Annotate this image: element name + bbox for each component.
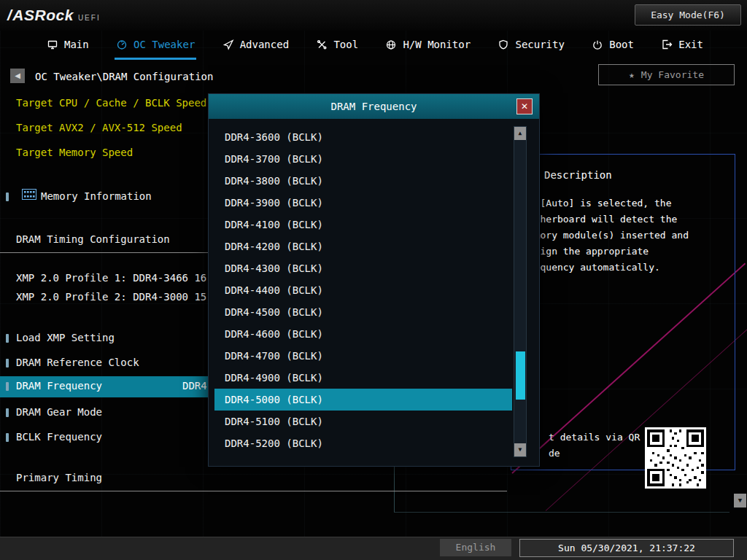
tab-label: Exit — [678, 39, 703, 50]
memory-information-item[interactable]: Memory Information — [41, 190, 152, 202]
back-icon: ◀ — [15, 71, 20, 79]
tab-label: Tool — [333, 39, 358, 50]
tab-label: H/W Monitor — [403, 39, 471, 50]
target-avx-speed-label: Target AVX2 / AVX-512 Speed — [16, 122, 182, 133]
hw-monitor-icon — [385, 39, 397, 50]
tab-label: Advanced — [240, 39, 289, 50]
tab-exit[interactable]: Exit — [659, 31, 705, 60]
boot-icon — [592, 39, 603, 50]
datetime-display: Sun 05/30/2021, 21:37:22 — [519, 539, 734, 557]
bios-screen: ASRock UEFI Easy Mode(F6) Main OC Tweake… — [0, 0, 747, 560]
asrock-logo: ASRock UEFI — [7, 7, 101, 24]
dram-gear-mode-item[interactable]: DRAM Gear Mode — [16, 406, 102, 418]
dram-timing-configuration-item[interactable]: DRAM Timing Configuration — [16, 233, 170, 245]
qr-code — [645, 427, 706, 489]
scroll-up-icon[interactable]: ▲ — [514, 127, 526, 140]
description-line: frequency automatically. — [523, 260, 689, 276]
tab-tool[interactable]: Tool — [314, 31, 360, 60]
target-memory-speed-label: Target Memory Speed — [16, 147, 133, 158]
tool-icon — [316, 39, 328, 50]
item-marker — [6, 359, 9, 368]
item-marker — [6, 382, 9, 391]
frequency-option[interactable]: DDR4-4100 (BCLK) — [214, 214, 512, 236]
frequency-option[interactable]: DDR4-5200 (BCLK) — [214, 432, 512, 454]
frequency-option[interactable]: DDR4-3700 (BCLK) — [214, 148, 512, 170]
frequency-option[interactable]: DDR4-3800 (BCLK) — [214, 170, 512, 192]
tab-label: Security — [515, 39, 564, 50]
tab-security[interactable]: Security — [496, 31, 565, 60]
dialog-scrollbar[interactable]: ▲ ▼ — [514, 126, 527, 457]
frequency-option[interactable]: DDR4-3900 (BCLK) — [214, 192, 512, 214]
my-favorite-button[interactable]: ★ My Favorite — [598, 64, 735, 85]
description-title: Description — [544, 169, 612, 181]
description-line: assign the appropriate — [523, 244, 689, 260]
frequency-option[interactable]: DDR4-4700 (BCLK) — [214, 345, 512, 367]
logo-uefi-text: UEFI — [78, 14, 101, 22]
frequency-option-list: DDR4-3600 (BCLK) DDR4-3700 (BCLK) DDR4-3… — [214, 126, 512, 454]
breadcrumb: OC Tweaker\DRAM Configuration — [35, 71, 213, 82]
frequency-option[interactable]: DDR4-5100 (BCLK) — [214, 411, 512, 432]
frequency-option[interactable]: DDR4-4300 (BCLK) — [214, 257, 512, 279]
load-xmp-setting-item[interactable]: Load XMP Setting — [16, 332, 115, 343]
frequency-option[interactable]: DDR4-4500 (BCLK) — [214, 301, 512, 323]
item-marker — [6, 408, 9, 417]
frequency-option[interactable]: DDR4-4400 (BCLK) — [214, 279, 512, 301]
item-marker — [6, 192, 9, 201]
target-cpu-speed-label: Target CPU / Cache / BCLK Speed — [16, 97, 206, 109]
close-icon[interactable]: ✕ — [516, 98, 533, 114]
item-marker — [6, 433, 9, 442]
dram-frequency-value: DDR4 — [182, 380, 207, 392]
description-line: memory module(s) inserted and — [523, 228, 689, 244]
qr-hint-text: de — [549, 448, 560, 459]
back-button[interactable]: ◀ — [10, 69, 25, 83]
dram-frequency-label: DRAM Frequency — [16, 380, 102, 392]
dialog-title: DRAM Frequency — [330, 101, 417, 112]
my-favorite-label: My Favorite — [641, 69, 704, 80]
dram-reference-clock-item[interactable]: DRAM Reference Clock — [16, 357, 139, 368]
frequency-option[interactable]: DDR4-4200 (BCLK) — [214, 236, 512, 257]
description-line: If [Auto] is selected, the — [523, 195, 689, 211]
advanced-icon — [222, 39, 234, 50]
dialog-titlebar: DRAM Frequency ✕ — [209, 94, 539, 119]
description-line: motherboard will detect the — [523, 211, 689, 228]
tab-label: Main — [64, 39, 89, 50]
tab-boot[interactable]: Boot — [590, 31, 635, 60]
tab-advanced[interactable]: Advanced — [221, 31, 290, 60]
easy-mode-button[interactable]: Easy Mode(F6) — [635, 4, 741, 26]
chevron-down-icon: ▼ — [738, 497, 742, 504]
xmp-profile-2-text: XMP 2.0 Profile 2: DDR4-3000 15-1 — [16, 291, 219, 303]
description-text: If [Auto] is selected, the motherboard w… — [523, 195, 689, 276]
primary-timing-section-label: Primary Timing — [16, 472, 102, 483]
tab-main[interactable]: Main — [45, 31, 90, 60]
tab-oc-tweaker[interactable]: OC Tweaker — [115, 31, 196, 60]
frequency-option[interactable]: DDR4-4900 (BCLK) — [214, 367, 512, 389]
main-nav: Main OC Tweaker Advanced Tool H/W Monito… — [0, 31, 747, 60]
logo-text: ASRock — [7, 7, 74, 24]
title-bar: ASRock UEFI Easy Mode(F6) — [0, 0, 747, 31]
tab-hw-monitor[interactable]: H/W Monitor — [384, 31, 472, 60]
frequency-option[interactable]: DDR4-4600 (BCLK) — [214, 323, 512, 345]
xmp-profile-1-text: XMP 2.0 Profile 1: DDR4-3466 16-1 — [16, 272, 219, 284]
item-marker — [6, 334, 9, 343]
frequency-option[interactable]: DDR4-3600 (BCLK) — [214, 126, 512, 148]
security-icon — [498, 39, 509, 50]
scroll-down-icon[interactable]: ▼ — [514, 443, 526, 456]
page-scroll-down-button[interactable]: ▼ — [734, 494, 746, 508]
memory-chip-icon — [22, 189, 36, 200]
exit-icon — [661, 39, 673, 50]
star-icon: ★ — [629, 69, 635, 80]
tab-label: OC Tweaker — [133, 39, 195, 50]
scrollbar-thumb[interactable] — [516, 351, 525, 400]
frequency-option-selected[interactable]: DDR4-5000 (BCLK) — [214, 389, 512, 411]
dram-frequency-dialog: DRAM Frequency ✕ DDR4-3600 (BCLK) DDR4-3… — [208, 93, 540, 467]
divider — [0, 491, 507, 491]
main-icon — [47, 39, 58, 50]
tab-label: Boot — [609, 39, 634, 50]
bclk-frequency-item[interactable]: BCLK Frequency — [16, 431, 102, 443]
oc-tweaker-icon — [116, 39, 128, 50]
language-button[interactable]: English — [440, 539, 511, 556]
description-panel: Description If [Auto] is selected, the m… — [511, 154, 735, 470]
qr-hint-text: t details via QR — [549, 432, 640, 443]
